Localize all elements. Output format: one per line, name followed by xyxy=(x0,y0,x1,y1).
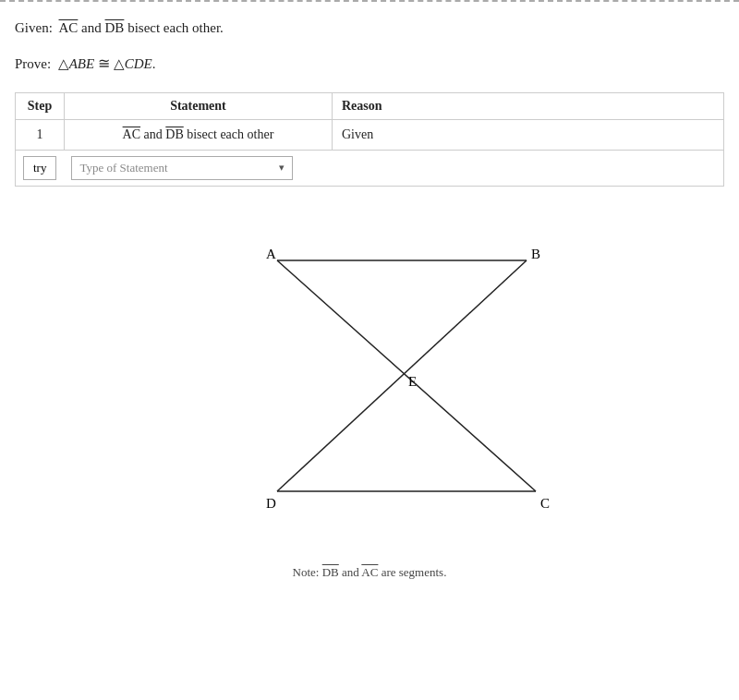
note-ac: AC xyxy=(361,565,378,579)
dropdown-placeholder: Type of Statement xyxy=(79,161,275,175)
note: Note: DB and AC are segments. xyxy=(0,556,739,598)
dropdown-cell: Type of Statement ▾ xyxy=(64,150,332,186)
col-header-step: Step xyxy=(16,92,65,119)
proof-table: Step Statement Reason 1 AC and DB bisect… xyxy=(15,92,724,187)
prove-statement: Prove: △ABE ≅ △CDE. xyxy=(15,52,724,76)
given-ac: AC xyxy=(59,20,79,35)
try-cell: try xyxy=(16,150,65,186)
svg-line-3 xyxy=(277,260,527,491)
label-b: B xyxy=(531,247,540,261)
table-row: 1 AC and DB bisect each other Given xyxy=(16,119,724,150)
note-db: DB xyxy=(322,565,339,579)
label-e: E xyxy=(408,374,417,389)
note-middle: and xyxy=(339,565,362,579)
note-suffix: are segments. xyxy=(378,565,446,579)
type-of-statement-dropdown[interactable]: Type of Statement ▾ xyxy=(71,156,293,180)
col-header-statement: Statement xyxy=(64,92,332,119)
prove-triangle2: △CDE xyxy=(114,56,152,71)
stmt-db: DB xyxy=(165,127,183,141)
prove-triangle1: △ABE xyxy=(58,56,95,71)
svg-line-2 xyxy=(277,260,536,491)
statement-cell-1: AC and DB bisect each other xyxy=(64,119,332,150)
try-button[interactable]: try xyxy=(23,156,56,180)
given-db: DB xyxy=(105,20,125,35)
stmt-ac: AC xyxy=(123,127,140,141)
label-d: D xyxy=(266,496,276,511)
given-rest: bisect each other. xyxy=(127,20,224,35)
reason-cell-1: Given xyxy=(332,119,723,150)
col-header-reason: Reason xyxy=(332,92,723,119)
label-a: A xyxy=(266,247,276,261)
note-prefix: Note: xyxy=(293,565,322,579)
given-statement: Given: AC and DB bisect each other. xyxy=(15,17,724,39)
input-row: try Type of Statement ▾ xyxy=(16,150,724,186)
prove-label: Prove: xyxy=(15,56,51,71)
geometry-diagram: A B D C E xyxy=(0,187,739,556)
given-label: Given: xyxy=(15,20,53,35)
stmt-rest: bisect each other xyxy=(187,127,273,141)
chevron-down-icon: ▾ xyxy=(279,162,285,174)
reason-empty-cell xyxy=(332,150,723,186)
step-cell-1: 1 xyxy=(16,119,65,150)
label-c: C xyxy=(540,496,550,511)
stmt-and: and xyxy=(144,127,166,141)
prove-congruent: ≅ xyxy=(98,55,110,71)
